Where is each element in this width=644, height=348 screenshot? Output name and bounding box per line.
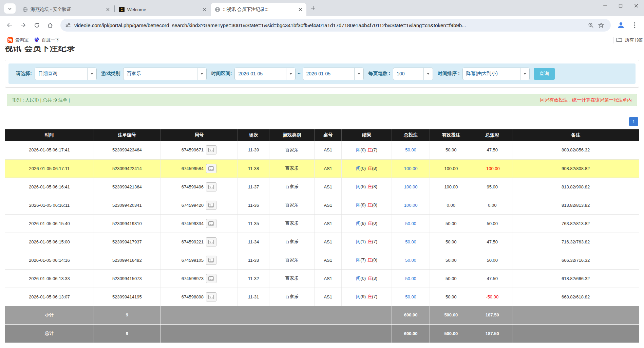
cell-game: 百家乐 [269,269,315,288]
game-type-select[interactable]: 百家乐 [123,68,207,80]
url-text[interactable]: videoie.com/ipl/portal.php/game/betrecor… [74,22,586,28]
cell-round: 674599671 [160,141,238,159]
cell-game: 百家乐 [269,141,315,159]
total-bet-link[interactable]: 50.00 [405,221,416,226]
maximize-button[interactable] [613,0,628,12]
cell-bet-no: 523099421364 [94,178,160,196]
cell-table: AS1 [315,269,342,288]
total-empty [160,324,392,343]
cell-result: 闲(8)庄(8) [342,196,392,214]
total-bet-link[interactable]: 100.00 [404,184,418,189]
total-bet-link[interactable]: 50.00 [405,239,416,244]
cell-valid-bet: 50.00 [430,233,472,251]
bookmark-baidu[interactable]: 百度一下 [31,36,62,45]
dropdown-arrow-icon[interactable] [520,68,529,80]
dropdown-arrow-icon[interactable] [286,68,295,80]
close-icon[interactable] [297,6,304,13]
replay-video-icon[interactable] [206,201,216,210]
total-bet-link[interactable]: 100.00 [404,166,418,171]
replay-video-icon[interactable] [206,274,216,283]
cell-valid-bet: 50.00 [430,288,472,306]
page-size-select[interactable]: 100 [393,68,433,80]
site-info-icon[interactable] [65,22,71,28]
round-number: 674599671 [182,147,204,152]
cell-bet-no: 523099420341 [94,196,160,214]
select-type-label: 请选择: [16,71,32,77]
cell-result: 闲(5)庄(8) [342,178,392,196]
profile-avatar[interactable] [615,19,627,31]
table-row: 2026-01-05 06:14:16 523099416482 6745991… [5,251,639,269]
tab-welcome[interactable]: Welcome [115,3,211,16]
minimize-button[interactable] [597,0,613,12]
pagination-top: 1 [6,117,638,126]
cell-game: 百家乐 [269,159,315,178]
subtotal-bet: 600.00 [392,306,430,324]
close-window-button[interactable] [628,0,644,12]
back-button[interactable] [3,19,16,31]
page-size-label: 每页笔数 : [368,71,391,77]
bookmark-star-icon[interactable] [596,20,606,30]
cell-bet-no: 523099414195 [94,288,160,306]
menu-kebab-icon[interactable] [628,19,641,31]
subtotal-label: 小计 [5,306,94,324]
replay-video-icon[interactable] [206,256,216,265]
cell-round: 674599496 [160,178,238,196]
replay-video-icon[interactable] [206,237,216,246]
new-tab-button[interactable] [308,4,318,14]
total-bet-link[interactable]: 100.00 [404,203,418,208]
date-to-select[interactable]: 2026-01-05 [303,68,364,80]
home-button[interactable] [44,19,56,31]
cell-result: 闲(0)庄(3) [342,269,392,288]
replay-video-icon[interactable] [206,182,216,191]
all-bookmarks-button[interactable]: 所有书签 [616,37,643,43]
forward-button[interactable] [17,19,29,31]
close-icon[interactable] [201,6,208,13]
cell-bet-no: 523099415073 [94,269,160,288]
close-icon[interactable] [105,6,111,13]
table-row: 2026-01-05 06:15:00 523099417937 6745992… [5,233,639,251]
cell-payout: 50.00 [472,251,512,269]
date-from-select[interactable]: 2026-01-05 [234,68,296,80]
col-table-no: 桌号 [315,129,342,141]
tab-search-button[interactable] [4,3,16,14]
query-type-select[interactable]: 日期查询 [35,68,97,80]
address-bar[interactable]: videoie.com/ipl/portal.php/game/betrecor… [60,19,611,32]
cell-remark: 908.82/808.82 [512,159,639,178]
total-bet-link[interactable]: 50.00 [405,147,416,152]
page-1-button[interactable]: 1 [629,117,638,126]
range-separator: ~ [298,71,300,76]
cell-bet-no: 523099419310 [94,214,160,233]
bookmark-taobao[interactable]: 淘 爱淘宝 [5,36,31,44]
dropdown-arrow-icon[interactable] [197,68,206,80]
subtotal-count: 9 [94,306,160,324]
total-bet-link[interactable]: 50.00 [405,258,416,263]
tab-haiyan-forum[interactable]: 海燕论坛 - 安全验证 [18,3,114,16]
total-count: 9 [94,324,160,343]
total-bet-link[interactable]: 50.00 [405,276,416,281]
reload-button[interactable] [31,19,43,31]
replay-video-icon[interactable] [206,145,216,154]
cell-time: 2026-01-05 06:16:41 [5,178,94,196]
total-bet-link[interactable]: 50.00 [405,294,416,299]
tab-bet-records[interactable]: :::视讯 会员下注纪录::: [211,3,306,16]
replay-video-icon[interactable] [206,164,216,173]
round-number: 674599496 [182,184,204,189]
col-bet-no: 注单编号 [94,129,160,141]
cell-game: 百家乐 [269,178,315,196]
replay-video-icon[interactable] [206,292,216,301]
dropdown-arrow-icon[interactable] [423,68,433,80]
cell-time: 2026-01-05 06:15:40 [5,214,94,233]
dropdown-arrow-icon[interactable] [354,68,363,80]
filter-bar: 请选择: 日期查询 游戏类别 百家乐 时间区间: 2026-01-05 ~ 20… [8,63,636,84]
replay-video-icon[interactable] [206,219,216,228]
page-title: 视讯 会员下注纪录 [5,46,639,54]
cell-valid-bet: 100.00 [430,159,472,178]
cell-payout: 0.00 [472,196,512,214]
table-row: 2026-01-05 06:15:40 523099419310 6745993… [5,214,639,233]
zoom-page-icon[interactable] [586,20,596,30]
dropdown-arrow-icon[interactable] [87,68,96,80]
bookmark-label: 爱淘宝 [15,37,29,43]
table-row-highlighted: 2026-01-05 06:17:11 523099422414 6745995… [5,159,639,178]
time-sort-select[interactable]: 降冪(由大到小) [462,68,530,80]
search-button[interactable]: 查询 [534,68,555,80]
